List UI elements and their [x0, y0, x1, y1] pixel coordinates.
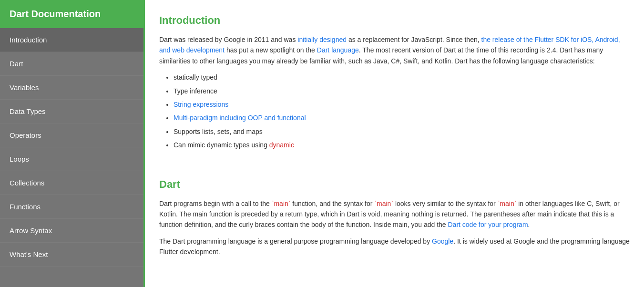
sidebar-title: Dart Documentation — [0, 0, 143, 28]
sidebar-item-arrow-syntax[interactable]: Arrow Syntax — [0, 219, 143, 243]
bullet-6: Can mimic dynamic types using dynamic — [174, 140, 630, 150]
bullet-3: String expressions — [174, 99, 630, 110]
sidebar-nav: IntroductionDartVariablesData TypesOpera… — [0, 28, 143, 266]
sidebar-item-variables[interactable]: Variables — [0, 76, 143, 100]
highlight-main-1: `main` — [272, 200, 291, 207]
link-google: Google — [432, 237, 453, 245]
intro-paragraph-1: Dart was released by Google in 2011 and … — [159, 34, 630, 66]
highlight-dynamic: dynamic — [269, 141, 294, 149]
sidebar-item-dart[interactable]: Dart — [0, 52, 143, 76]
bullet-1: statically typed — [174, 72, 630, 82]
link-multi-paradigm: Multi-paradigm including OOP and functio… — [174, 114, 306, 122]
main-content: Introduction Dart was released by Google… — [143, 0, 644, 287]
dart-paragraph-1: Dart programs begin with a call to the `… — [159, 198, 630, 230]
section-title-dart: Dart — [159, 178, 630, 191]
sidebar: Dart Documentation IntroductionDartVaria… — [0, 0, 143, 287]
intro-bullet-list: statically typed Type inference String e… — [174, 72, 630, 150]
section-title-introduction: Introduction — [159, 14, 630, 27]
link-initially-designed: initially designed — [297, 36, 347, 43]
dart-paragraph-2: The Dart programming language is a gener… — [159, 236, 630, 257]
sidebar-item-introduction[interactable]: Introduction — [0, 28, 143, 52]
highlight-main-2: `main` — [374, 200, 393, 207]
link-dart-language: Dart language — [317, 46, 359, 54]
bullet-5: Supports lists, sets, and maps — [174, 126, 630, 137]
link-string-expressions: String expressions — [174, 101, 228, 108]
highlight-main-3: `main` — [498, 200, 517, 207]
sidebar-item-data-types[interactable]: Data Types — [0, 100, 143, 123]
sidebar-item-loops[interactable]: Loops — [0, 147, 143, 171]
sidebar-item-functions[interactable]: Functions — [0, 195, 143, 219]
sidebar-item-whats-next[interactable]: What's Next — [0, 243, 143, 266]
bullet-2: Type inference — [174, 86, 630, 96]
link-flutter-release: the release of the Flutter SDK for iOS, … — [159, 36, 620, 54]
sidebar-item-collections[interactable]: Collections — [0, 171, 143, 195]
bullet-4: Multi-paradigm including OOP and functio… — [174, 113, 630, 123]
link-dart-code: Dart code for your program — [448, 221, 528, 228]
sidebar-item-operators[interactable]: Operators — [0, 123, 143, 147]
